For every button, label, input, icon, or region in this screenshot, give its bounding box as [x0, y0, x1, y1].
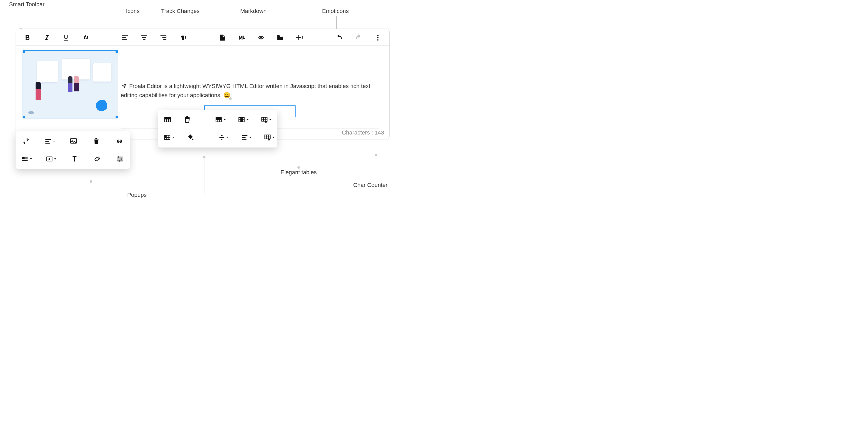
table-cell-dropdown[interactable] — [164, 132, 175, 143]
svg-rect-29 — [94, 139, 99, 139]
align-right-button[interactable] — [159, 32, 168, 43]
svg-rect-47 — [185, 117, 190, 118]
svg-rect-41 — [117, 160, 123, 161]
callout-smart-toolbar: Smart Toolbar — [9, 1, 45, 8]
insert-more-button[interactable] — [295, 32, 304, 43]
undo-button[interactable] — [335, 32, 344, 43]
table-header-button[interactable] — [164, 114, 172, 125]
svg-rect-4 — [122, 37, 126, 38]
resize-handle-br[interactable] — [116, 116, 118, 118]
table-style-dropdown[interactable] — [261, 114, 272, 125]
svg-point-20 — [302, 38, 303, 39]
callout-popups: Popups — [127, 192, 147, 198]
image-popup — [16, 131, 130, 169]
svg-rect-60 — [242, 139, 247, 140]
table-row-dropdown[interactable] — [215, 114, 226, 125]
svg-point-1 — [87, 37, 88, 38]
svg-rect-55 — [165, 135, 166, 137]
callout-char-counter: Char Counter — [353, 182, 388, 189]
svg-rect-30 — [96, 138, 98, 139]
image-style-dropdown[interactable] — [46, 154, 57, 164]
svg-rect-42 — [118, 156, 118, 158]
svg-point-19 — [302, 37, 303, 38]
vertical-align-dropdown[interactable] — [218, 132, 229, 143]
align-left-button[interactable] — [120, 32, 130, 43]
image-advanced-edit-button[interactable] — [115, 154, 124, 164]
redo-button[interactable] — [354, 32, 363, 43]
cell-background-button[interactable] — [186, 132, 194, 143]
svg-rect-25 — [45, 141, 49, 142]
svg-rect-3 — [122, 35, 128, 36]
svg-rect-10 — [163, 37, 166, 38]
replace-image-button[interactable] — [21, 136, 31, 147]
char-counter-label: Characters : — [342, 129, 374, 136]
underline-button[interactable] — [61, 32, 71, 43]
editor-paragraph[interactable]: Froala Editor is a lightweight WYSIWYG H… — [121, 82, 379, 100]
resize-handle-tr[interactable] — [116, 51, 118, 53]
insert-link-button[interactable] — [256, 32, 266, 43]
italic-button[interactable] — [42, 32, 51, 43]
svg-point-23 — [377, 39, 378, 40]
svg-rect-6 — [141, 35, 147, 36]
selected-image[interactable] — [23, 51, 118, 118]
svg-rect-5 — [122, 39, 127, 40]
svg-rect-24 — [45, 139, 51, 140]
svg-point-12 — [185, 36, 186, 37]
svg-rect-17 — [296, 37, 301, 38]
svg-rect-57 — [219, 137, 224, 138]
image-delete-button[interactable] — [92, 136, 101, 147]
image-link-button[interactable] — [115, 136, 124, 147]
markdown-button[interactable] — [237, 32, 246, 43]
callout-elegant-tables: Elegant tables — [280, 169, 317, 176]
table-column-dropdown[interactable] — [238, 114, 249, 125]
char-counter-value: 143 — [374, 129, 384, 136]
horizontal-align-dropdown[interactable] — [241, 132, 252, 143]
track-changes-button[interactable] — [218, 32, 227, 43]
svg-rect-39 — [117, 157, 123, 157]
cell-style-dropdown[interactable] — [264, 132, 275, 143]
svg-rect-50 — [216, 118, 221, 120]
files-button[interactable] — [276, 32, 285, 43]
resize-handle-tl[interactable] — [23, 51, 25, 53]
svg-point-21 — [377, 35, 378, 36]
svg-rect-8 — [143, 39, 146, 40]
align-center-button[interactable] — [140, 32, 149, 43]
image-alt-button[interactable] — [70, 154, 79, 164]
resize-handle-bl[interactable] — [23, 116, 25, 118]
table-cell[interactable] — [295, 117, 379, 129]
svg-rect-11 — [163, 39, 166, 40]
svg-rect-58 — [242, 135, 248, 136]
table-popup — [158, 109, 277, 148]
more-ellipsis-button[interactable] — [373, 32, 382, 43]
svg-rect-26 — [45, 143, 50, 144]
callout-icons: Icons — [126, 8, 140, 14]
svg-rect-7 — [142, 37, 146, 38]
svg-point-2 — [87, 38, 88, 39]
text-color-more-button[interactable] — [81, 32, 90, 43]
image-align-dropdown[interactable] — [44, 136, 55, 147]
callout-markdown: Markdown — [240, 8, 267, 14]
svg-rect-52 — [241, 118, 243, 122]
callout-emoticons: Emoticons — [322, 8, 349, 14]
svg-rect-34 — [22, 160, 28, 161]
svg-point-18 — [302, 36, 303, 37]
image-illustration — [23, 51, 118, 118]
svg-rect-37 — [74, 156, 75, 161]
image-display-dropdown[interactable] — [21, 154, 32, 164]
svg-rect-43 — [121, 158, 121, 160]
svg-point-56 — [192, 139, 193, 140]
table-cell[interactable] — [295, 106, 379, 117]
svg-point-13 — [185, 37, 186, 38]
image-caption-button[interactable] — [69, 136, 79, 147]
paper-plane-icon — [121, 82, 126, 91]
svg-rect-46 — [165, 117, 170, 119]
svg-rect-59 — [242, 137, 246, 138]
svg-rect-9 — [160, 35, 166, 36]
svg-point-14 — [185, 38, 186, 39]
image-size-button[interactable] — [93, 154, 102, 164]
svg-rect-31 — [22, 157, 25, 159]
paragraph-format-more-button[interactable] — [178, 32, 188, 43]
table-remove-button[interactable] — [183, 114, 191, 125]
bold-button[interactable] — [23, 32, 32, 43]
svg-point-22 — [377, 37, 378, 38]
